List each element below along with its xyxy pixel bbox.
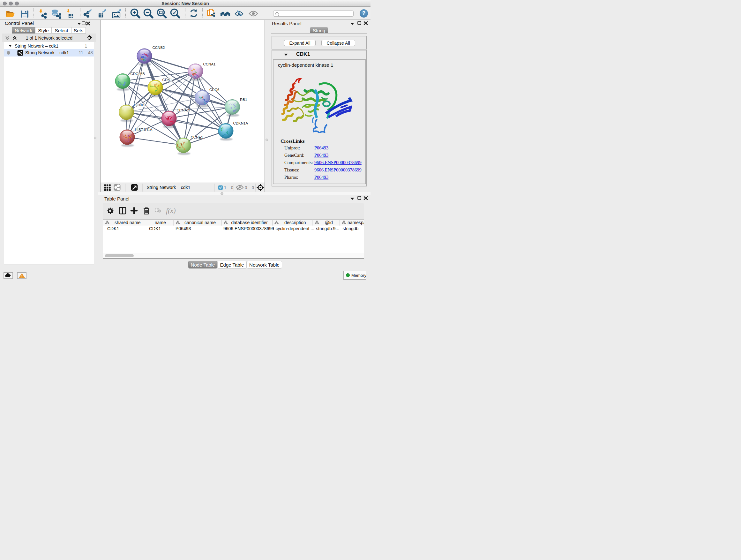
svg-text:P06493: P06493 [176, 226, 191, 231]
svg-text:CDK1: CDK1 [162, 78, 172, 82]
svg-text:canonical name: canonical name [185, 220, 216, 225]
svg-text:description: description [284, 220, 306, 225]
svg-text:stringdb:9...: stringdb:9... [316, 226, 339, 231]
svg-text:database identifier: database identifier [231, 220, 268, 225]
svg-text:name: name [155, 220, 166, 225]
svg-text:shared name: shared name [115, 220, 141, 225]
svg-text:HIST1H1A: HIST1H1A [135, 128, 152, 132]
svg-text:CCNA2: CCNA2 [177, 108, 189, 112]
svg-text:CCNB2: CCNB2 [152, 46, 165, 50]
svg-text:String Network – cdk1: String Network – cdk1 [147, 185, 191, 190]
svg-text:namespace: namespace [347, 220, 364, 225]
svg-text:0 – 0: 0 – 0 [245, 185, 254, 190]
svg-text:CDC25B: CDC25B [131, 72, 145, 76]
svg-text:1 – 0: 1 – 0 [224, 185, 233, 190]
svg-text:RB1: RB1 [240, 98, 247, 102]
svg-text:cyclin-dependent ...: cyclin-dependent ... [276, 226, 314, 231]
svg-text:stringdb: stringdb [343, 226, 359, 231]
svg-text:9606.ENSP00000378699: 9606.ENSP00000378699 [223, 226, 274, 231]
svg-text:CCNB1: CCNB1 [134, 103, 146, 107]
svg-text:CCNA1: CCNA1 [203, 62, 216, 66]
svg-text:CDK1: CDK1 [107, 226, 119, 231]
svg-text:CDK1: CDK1 [149, 226, 161, 231]
svg-text:f(x): f(x) [166, 206, 176, 214]
svg-text:CDKN1A: CDKN1A [233, 121, 248, 125]
svg-text:CCNE1: CCNE1 [191, 135, 203, 139]
svg-text:@id: @id [325, 220, 333, 225]
svg-text:CDC6: CDC6 [209, 88, 219, 91]
